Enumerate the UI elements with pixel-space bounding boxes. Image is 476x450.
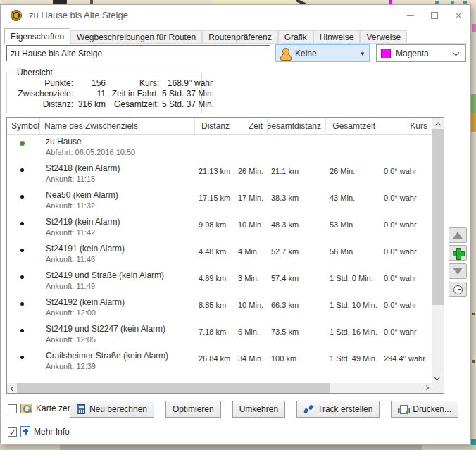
drucken-button[interactable]: Drucken... bbox=[391, 401, 458, 418]
waypoint-row[interactable]: zu Hause Abfahrt: 06.05.2016 10:50 bbox=[7, 135, 432, 161]
tab-wegbeschreibungen-f-r-routen[interactable]: Wegbeschreibungen für Routen bbox=[70, 30, 202, 44]
course-cell: 0.0° wahr bbox=[380, 161, 432, 188]
waypoint-row[interactable]: St24191 (kein Alarm) Ankunft: 11:46 4.48… bbox=[7, 242, 432, 268]
tab-grafik[interactable]: Grafik bbox=[278, 30, 313, 44]
tab-hinweise[interactable]: Hinweise bbox=[313, 30, 361, 44]
waypoint-dot-icon bbox=[20, 141, 25, 146]
waypoint-dot-icon bbox=[20, 168, 24, 172]
mehr-info-checkbox[interactable]: ✓ bbox=[8, 427, 17, 437]
total-distance-cell: 38.3 km bbox=[268, 188, 326, 215]
departure-time-button[interactable] bbox=[449, 282, 467, 297]
waypoint-row[interactable]: Crailsheimer Straße (kein Alarm) Ankunft… bbox=[7, 349, 432, 375]
move-waypoint-down-button[interactable] bbox=[449, 263, 467, 279]
maximize-button[interactable] bbox=[422, 5, 446, 26]
person-icon bbox=[280, 48, 290, 59]
overview-field: 11 bbox=[76, 89, 106, 99]
route-name-input[interactable] bbox=[6, 45, 270, 61]
color-swatch bbox=[381, 49, 391, 58]
vertical-scrollbar-thumb[interactable] bbox=[432, 129, 444, 305]
column-header-symbol[interactable]: Symbol bbox=[7, 118, 40, 134]
tab-routenpr-ferenz[interactable]: Routenpräferenz bbox=[202, 30, 277, 44]
chevron-down-icon bbox=[434, 375, 439, 380]
waypoint-symbol-cell bbox=[7, 268, 40, 295]
overview-field: 316 km bbox=[76, 99, 106, 109]
total-time-cell bbox=[326, 135, 380, 161]
route-color-dropdown[interactable]: Magenta bbox=[376, 44, 466, 62]
karte-zentrieren-checkbox[interactable] bbox=[8, 404, 17, 413]
waypoint-dot-icon bbox=[20, 249, 24, 252]
waypoint-dot-icon bbox=[20, 356, 24, 359]
overview-groupbox: Übersicht Punkte:156Kurs:168.9° wahrZwis… bbox=[6, 73, 202, 113]
waypoint-name: St2419 (kein Alarm) bbox=[46, 217, 195, 227]
distance-cell: 9.98 km bbox=[195, 215, 234, 242]
close-button[interactable]: × bbox=[446, 5, 470, 26]
insert-waypoint-button[interactable] bbox=[449, 245, 467, 261]
minimize-icon bbox=[407, 15, 414, 16]
waypoint-name: St2419 und Straße (kein Alarm) bbox=[46, 270, 195, 280]
tab-bar: EigenschaftenWegbeschreibungen für Route… bbox=[4, 28, 467, 44]
waypoint-row[interactable]: St24192 (kein Alarm) Ankunft: 12:00 8.85… bbox=[7, 295, 432, 322]
waypoint-name: Nea50 (kein Alarm) bbox=[46, 190, 195, 200]
overview-field: 156 bbox=[76, 78, 106, 88]
close-icon: × bbox=[456, 11, 461, 20]
optimieren-button[interactable]: Optimieren bbox=[165, 401, 221, 418]
waypoint-dot-icon bbox=[20, 222, 24, 225]
window-title: zu Hause bis Alte Steige bbox=[29, 10, 128, 20]
scroll-right-button[interactable] bbox=[422, 383, 432, 393]
column-header-distanz[interactable]: Distanz bbox=[195, 118, 234, 134]
column-header-name-des-zwischenziels[interactable]: Name des Zwischenziels bbox=[40, 118, 195, 134]
vertical-scrollbar[interactable] bbox=[432, 118, 444, 383]
total-time-cell: 56 Min. bbox=[326, 242, 380, 268]
column-header-kurs[interactable]: Kurs bbox=[380, 118, 432, 134]
scroll-up-button[interactable] bbox=[432, 118, 444, 129]
waypoint-symbol-dropdown[interactable]: Keine ▾ bbox=[275, 44, 370, 62]
time-cell: 10 Min. bbox=[234, 295, 268, 322]
overview-field: 168.9° wahr bbox=[162, 78, 213, 88]
scroll-left-button[interactable] bbox=[7, 383, 17, 393]
button-label: Optimieren bbox=[173, 404, 214, 414]
waypoint-time-label: Ankunft: 11:32 bbox=[46, 201, 195, 210]
move-waypoint-up-button[interactable] bbox=[449, 227, 467, 243]
waypoint-row[interactable]: St2419 und St2247 (kein Alarm) Ankunft: … bbox=[7, 322, 432, 349]
horizontal-scrollbar-thumb[interactable] bbox=[17, 383, 330, 393]
distance-cell: 4.48 km bbox=[195, 242, 234, 268]
route-icon bbox=[11, 10, 22, 21]
maximize-icon bbox=[431, 12, 438, 19]
window-titlebar[interactable]: zu Hause bis Alte Steige × bbox=[1, 5, 470, 26]
horizontal-scrollbar[interactable] bbox=[7, 383, 432, 393]
total-distance-cell: 21.1 km bbox=[268, 161, 326, 188]
waypoint-row[interactable]: St2419 (kein Alarm) Ankunft: 11:42 9.98 … bbox=[7, 215, 432, 242]
tab-eigenschaften[interactable]: Eigenschaften bbox=[4, 28, 70, 44]
total-distance-cell: 73.5 km bbox=[268, 322, 326, 349]
overview-field: Punkte: bbox=[11, 78, 73, 88]
column-header-gesamtdistanz[interactable]: Gesamtdistanz bbox=[268, 118, 326, 134]
footer-button-row: Neu berechnenOptimierenUmkehrenTrack ers… bbox=[70, 401, 458, 418]
waypoint-table: SymbolName des ZwischenzielsDistanzZeitG… bbox=[6, 117, 444, 394]
overview-field: 5 Std. 37 Min. bbox=[162, 89, 213, 99]
add-info-icon bbox=[20, 426, 30, 437]
chevron-down-icon bbox=[453, 49, 460, 56]
column-header-zeit[interactable]: Zeit bbox=[234, 118, 268, 134]
umkehren-button[interactable]: Umkehren bbox=[232, 401, 285, 418]
course-cell bbox=[380, 135, 432, 161]
column-header-gesamtzeit[interactable]: Gesamtzeit bbox=[326, 118, 380, 134]
printer-icon bbox=[398, 405, 408, 414]
waypoint-time-label: Ankunft: 11:46 bbox=[46, 255, 195, 263]
waypoint-row[interactable]: Nea50 (kein Alarm) Ankunft: 11:32 17.15 … bbox=[7, 188, 432, 215]
waypoint-symbol-cell bbox=[7, 188, 40, 215]
scroll-down-button[interactable] bbox=[432, 372, 444, 383]
waypoint-row[interactable]: St2418 (kein Alarm) Ankunft: 11:15 21.13… bbox=[7, 161, 432, 188]
time-cell: 3 Min. bbox=[234, 268, 268, 295]
course-cell: 0.0° wahr bbox=[380, 215, 432, 242]
total-time-cell: 53 Min. bbox=[326, 215, 380, 242]
distance-cell: 8.85 km bbox=[195, 295, 234, 322]
tab-verweise[interactable]: Verweise bbox=[360, 30, 407, 44]
waypoint-row[interactable]: St2419 und Straße (kein Alarm) Ankunft: … bbox=[7, 268, 432, 295]
minimize-button[interactable] bbox=[399, 5, 422, 26]
overview-field: 5 Std. 37 Min. bbox=[162, 99, 213, 109]
waypoint-symbol-cell bbox=[7, 295, 40, 322]
track-erstellen-button[interactable]: Track erstellen bbox=[296, 401, 380, 418]
neu-berechnen-button[interactable]: Neu berechnen bbox=[70, 401, 154, 418]
waypoint-time-label: Ankunft: 11:15 bbox=[46, 175, 195, 183]
overview-field: Distanz: bbox=[11, 99, 73, 109]
